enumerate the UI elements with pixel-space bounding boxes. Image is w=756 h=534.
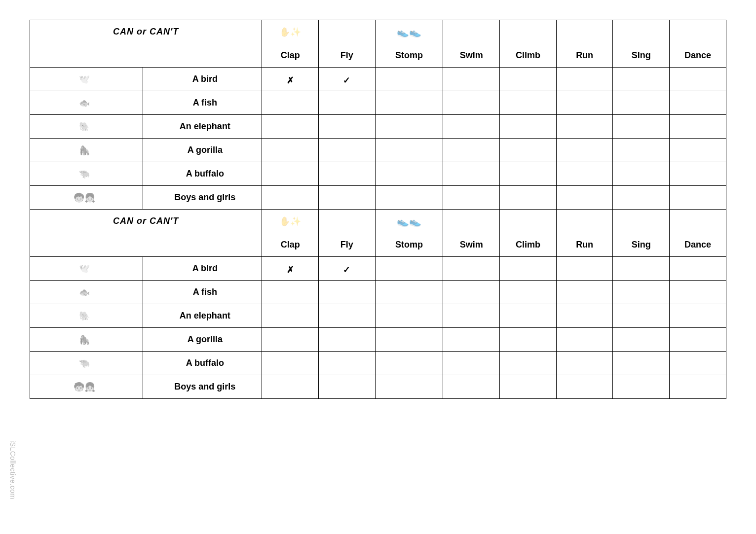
answer-cell[interactable] xyxy=(556,304,613,328)
answer-cell[interactable] xyxy=(262,139,319,162)
answer-cell[interactable] xyxy=(443,68,500,91)
answer-cell[interactable] xyxy=(670,91,726,115)
answer-cell[interactable] xyxy=(443,352,500,375)
worksheet-table: CAN or CAN'T✋✨👟👟ClapFlyStompSwimClimbRun… xyxy=(30,20,726,399)
answer-cell[interactable] xyxy=(375,328,443,352)
answer-cell[interactable] xyxy=(443,257,500,281)
answer-cell[interactable] xyxy=(670,139,726,162)
answer-cell[interactable] xyxy=(443,139,500,162)
answer-cell[interactable] xyxy=(319,281,376,304)
answer-cell[interactable] xyxy=(556,281,613,304)
answer-cell[interactable] xyxy=(556,186,613,210)
answer-cell[interactable] xyxy=(500,68,557,91)
answer-cell[interactable] xyxy=(556,68,613,91)
answer-cell[interactable] xyxy=(319,139,376,162)
answer-cell[interactable] xyxy=(443,115,500,139)
answer-cell[interactable] xyxy=(500,139,557,162)
answer-cell[interactable] xyxy=(500,162,557,186)
answer-cell[interactable] xyxy=(443,162,500,186)
answer-cell[interactable] xyxy=(556,162,613,186)
answer-cell[interactable] xyxy=(500,328,557,352)
answer-cell[interactable] xyxy=(500,91,557,115)
answer-cell[interactable] xyxy=(375,91,443,115)
answer-cell[interactable] xyxy=(613,139,670,162)
answer-cell[interactable] xyxy=(443,328,500,352)
answer-cell[interactable] xyxy=(556,115,613,139)
answer-cell[interactable] xyxy=(443,186,500,210)
answer-cell[interactable] xyxy=(375,281,443,304)
answer-cell[interactable] xyxy=(613,257,670,281)
answer-cell[interactable] xyxy=(375,139,443,162)
answer-cell[interactable] xyxy=(375,257,443,281)
answer-cell[interactable] xyxy=(670,281,726,304)
answer-cell[interactable] xyxy=(670,328,726,352)
answer-cell[interactable] xyxy=(670,162,726,186)
answer-cell[interactable] xyxy=(375,162,443,186)
answer-cell[interactable] xyxy=(613,304,670,328)
answer-cell[interactable] xyxy=(262,328,319,352)
answer-cell[interactable] xyxy=(262,304,319,328)
answer-cell[interactable] xyxy=(500,257,557,281)
answer-cell[interactable] xyxy=(670,352,726,375)
answer-cell[interactable] xyxy=(375,375,443,399)
answer-cell[interactable] xyxy=(443,375,500,399)
answer-cell[interactable]: ✓ xyxy=(319,68,376,91)
answer-cell[interactable] xyxy=(319,304,376,328)
answer-cell[interactable] xyxy=(375,304,443,328)
answer-cell[interactable] xyxy=(613,375,670,399)
answer-cell[interactable] xyxy=(262,375,319,399)
answer-cell[interactable] xyxy=(443,304,500,328)
answer-cell[interactable] xyxy=(443,281,500,304)
answer-cell[interactable]: ✓ xyxy=(319,257,376,281)
answer-cell[interactable] xyxy=(556,91,613,115)
answer-cell[interactable] xyxy=(556,375,613,399)
answer-cell[interactable] xyxy=(613,115,670,139)
answer-cell[interactable] xyxy=(556,328,613,352)
answer-cell[interactable] xyxy=(319,162,376,186)
answer-cell[interactable] xyxy=(443,91,500,115)
answer-cell[interactable] xyxy=(670,68,726,91)
answer-cell[interactable] xyxy=(262,91,319,115)
answer-cell[interactable] xyxy=(613,186,670,210)
answer-cell[interactable] xyxy=(556,139,613,162)
answer-cell[interactable] xyxy=(319,186,376,210)
answer-cell[interactable] xyxy=(670,375,726,399)
answer-cell[interactable] xyxy=(613,68,670,91)
answer-cell[interactable] xyxy=(670,115,726,139)
answer-cell[interactable] xyxy=(613,328,670,352)
action-header-swim: Swim xyxy=(443,44,500,68)
answer-cell[interactable] xyxy=(500,375,557,399)
answer-cell[interactable] xyxy=(500,352,557,375)
answer-cell[interactable] xyxy=(375,352,443,375)
answer-cell[interactable] xyxy=(500,186,557,210)
answer-cell[interactable] xyxy=(375,68,443,91)
answer-cell[interactable] xyxy=(319,115,376,139)
answer-cell[interactable] xyxy=(556,257,613,281)
answer-cell[interactable] xyxy=(262,115,319,139)
answer-cell[interactable] xyxy=(262,162,319,186)
answer-cell[interactable] xyxy=(670,257,726,281)
answer-cell[interactable] xyxy=(375,115,443,139)
answer-cell[interactable] xyxy=(670,304,726,328)
answer-cell[interactable]: ✗ xyxy=(262,257,319,281)
answer-cell[interactable] xyxy=(613,281,670,304)
answer-cell[interactable] xyxy=(500,304,557,328)
answer-cell[interactable] xyxy=(613,162,670,186)
answer-cell[interactable] xyxy=(613,352,670,375)
answer-cell[interactable] xyxy=(262,186,319,210)
answer-cell[interactable]: ✗ xyxy=(262,68,319,91)
answer-cell[interactable] xyxy=(613,91,670,115)
action-header-run: Run xyxy=(556,44,613,68)
answer-cell[interactable] xyxy=(319,91,376,115)
action-icon-cell xyxy=(500,20,557,44)
answer-cell[interactable] xyxy=(319,352,376,375)
answer-cell[interactable] xyxy=(262,281,319,304)
answer-cell[interactable] xyxy=(670,186,726,210)
answer-cell[interactable] xyxy=(262,352,319,375)
answer-cell[interactable] xyxy=(500,281,557,304)
answer-cell[interactable] xyxy=(375,186,443,210)
answer-cell[interactable] xyxy=(500,115,557,139)
answer-cell[interactable] xyxy=(319,375,376,399)
answer-cell[interactable] xyxy=(319,328,376,352)
answer-cell[interactable] xyxy=(556,352,613,375)
